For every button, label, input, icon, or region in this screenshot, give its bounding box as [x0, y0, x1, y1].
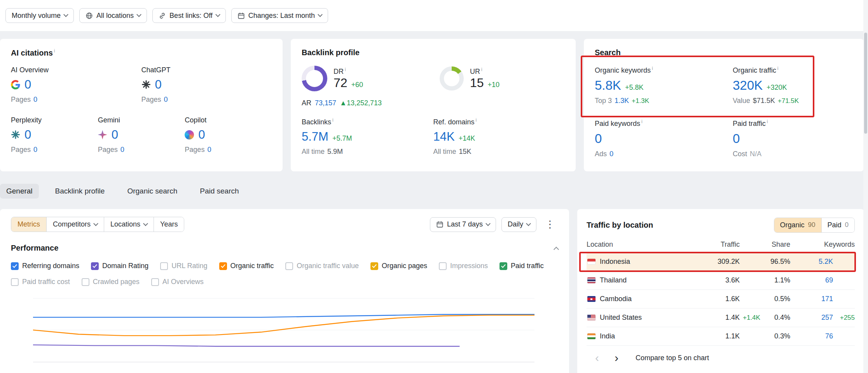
- collapse-section-button[interactable]: [554, 246, 559, 252]
- keywords-link[interactable]: 171: [821, 295, 833, 303]
- citation-count-link[interactable]: 0: [198, 128, 205, 142]
- paid-keywords-value-link[interactable]: 0: [595, 131, 602, 146]
- flag-india-icon: [587, 333, 596, 339]
- metric-checkbox-paid-traffic-cost[interactable]: Paid traffic cost: [11, 278, 70, 286]
- dr-change: +60: [351, 81, 363, 89]
- metric-checkbox-ai-overviews[interactable]: AI Overviews: [151, 278, 204, 286]
- dr-value: 72: [334, 76, 348, 90]
- metric-label: Organic traffic value: [297, 262, 359, 270]
- ar-value-link[interactable]: 73,157: [315, 99, 336, 107]
- metric-checkbox-impressions[interactable]: Impressions: [439, 262, 488, 270]
- globe-icon: [86, 12, 93, 19]
- ur-value: 15: [470, 76, 484, 90]
- table-row-united-states[interactable]: United States 1.4K+1.4K 0.4% 257+255: [587, 309, 855, 327]
- compare-top5-button[interactable]: Compare top 5 on chart: [636, 354, 709, 362]
- tab-paid-search[interactable]: Paid search: [194, 184, 245, 199]
- ads-value-link[interactable]: 0: [610, 150, 613, 158]
- pages-count-link[interactable]: 0: [121, 146, 124, 154]
- metric-checkbox-referring-domains[interactable]: Referring domains: [11, 262, 79, 270]
- top3-change: +1.3K: [632, 97, 649, 105]
- segment-metrics[interactable]: Metrics: [11, 217, 46, 232]
- ref-domains-value-link[interactable]: 14K: [433, 130, 455, 144]
- metric-checkbox-url-rating[interactable]: URL Rating: [160, 262, 207, 270]
- paid-keywords-cell: Paid keywordsi 0 Ads0: [595, 119, 733, 158]
- date-range-button[interactable]: Last 7 days: [430, 217, 496, 232]
- page-scrollbar[interactable]: [863, 0, 868, 373]
- pages-count-link[interactable]: 0: [33, 146, 37, 154]
- toggle-organic[interactable]: Organic90: [774, 218, 821, 232]
- share-value: 0.4%: [774, 314, 790, 321]
- filter-label: All locations: [96, 12, 134, 20]
- pages-count-link[interactable]: 0: [33, 96, 37, 104]
- top3-value-link[interactable]: 1.3K: [615, 97, 629, 105]
- table-row-cambodia[interactable]: Cambodia 1.6K 0.5% 171: [587, 290, 855, 309]
- chevron-down-icon: [318, 12, 323, 17]
- checkbox-icon: [91, 262, 99, 270]
- pages-count-link[interactable]: 0: [164, 96, 168, 104]
- metric-checkbox-domain-rating[interactable]: Domain Rating: [91, 262, 148, 270]
- pages-count-link[interactable]: 0: [207, 146, 211, 154]
- segment-locations[interactable]: Locations: [104, 217, 154, 232]
- more-options-button[interactable]: ⋮: [542, 218, 558, 230]
- organic-traffic-value-link[interactable]: 320K: [733, 78, 763, 93]
- citation-count-link[interactable]: 0: [24, 78, 31, 92]
- metric-label: Domain Rating: [102, 262, 148, 270]
- table-row-thailand[interactable]: Thailand 3.6K 1.1% 69: [587, 271, 855, 290]
- alltime-label: All time: [302, 148, 325, 156]
- info-icon: i: [481, 67, 482, 72]
- checkbox-icon: [160, 262, 168, 270]
- search-card: Search Organic keywordsi 5.8K+5.8K Top 3…: [584, 39, 864, 171]
- dr-donut-chart: [302, 66, 327, 91]
- table-footer: ‹ › Compare top 5 on chart: [587, 352, 855, 364]
- segment-competitors[interactable]: Competitors: [46, 217, 104, 232]
- tab-backlink-profile[interactable]: Backlink profile: [49, 184, 111, 199]
- changes-filter[interactable]: Changes: Last month: [231, 8, 328, 23]
- citation-count-link[interactable]: 0: [155, 78, 162, 92]
- scrollbar-thumb[interactable]: [864, 33, 867, 134]
- metric-checkbox-crawled-pages[interactable]: Crawled pages: [82, 278, 140, 286]
- metric-label: AI Overviews: [162, 278, 204, 286]
- keywords-link[interactable]: 5.2K: [819, 258, 833, 265]
- column-keywords: Keywords: [790, 241, 855, 249]
- citation-count-link[interactable]: 0: [24, 128, 31, 142]
- keywords-change: +255: [840, 314, 855, 322]
- info-icon: i: [476, 117, 477, 123]
- tab-general[interactable]: General: [0, 184, 39, 199]
- metric-checkbox-organic-traffic[interactable]: Organic traffic: [219, 262, 274, 270]
- organic-traffic-cell: Organic traffici 320K+320K Value$71.5K+7…: [733, 66, 853, 105]
- ar-change: ▲13,252,713: [340, 99, 382, 107]
- backlinks-label: Backlinksi: [302, 117, 433, 126]
- organic-keywords-label: Organic keywordsi: [595, 66, 733, 75]
- table-row-indonesia[interactable]: Indonesia 309.2K 96.5% 5.2K: [587, 253, 855, 271]
- citation-count-link[interactable]: 0: [112, 128, 118, 142]
- keywords-link[interactable]: 69: [825, 276, 833, 284]
- calendar-icon: [436, 221, 444, 228]
- filter-label: Best links: Off: [169, 12, 213, 20]
- table-row-india[interactable]: India 1.1K 0.3% 76: [587, 327, 855, 346]
- checkbox-icon: [499, 262, 507, 270]
- paid-traffic-value-link[interactable]: 0: [733, 131, 740, 146]
- segment-years[interactable]: Years: [154, 217, 184, 232]
- granularity-button[interactable]: Daily: [501, 217, 536, 232]
- metric-checkbox-organic-traffic-value[interactable]: Organic traffic value: [285, 262, 359, 270]
- toggle-paid[interactable]: Paid0: [821, 218, 855, 232]
- next-page-button[interactable]: ›: [615, 352, 618, 364]
- traffic-value: 3.6K: [725, 276, 740, 284]
- locations-filter[interactable]: All locations: [79, 8, 147, 23]
- organic-traffic-label: Organic traffici: [733, 66, 853, 75]
- prev-page-button[interactable]: ‹: [595, 352, 599, 364]
- chevron-down-icon: [63, 12, 68, 17]
- keywords-link[interactable]: 76: [825, 332, 833, 340]
- info-icon: i: [767, 119, 768, 124]
- ai-source-name: Copilot: [185, 116, 272, 124]
- metric-checkbox-organic-pages[interactable]: Organic pages: [370, 262, 427, 270]
- tab-organic-search[interactable]: Organic search: [121, 184, 183, 199]
- organic-keywords-value-link[interactable]: 5.8K: [595, 78, 621, 93]
- metric-checkbox-paid-traffic[interactable]: Paid traffic: [499, 262, 544, 270]
- keywords-link[interactable]: 257: [821, 314, 833, 321]
- best-links-filter[interactable]: Best links: Off: [152, 8, 226, 23]
- performance-title: Performance: [11, 244, 58, 253]
- info-icon: i: [641, 119, 643, 124]
- backlinks-value-link[interactable]: 5.7M: [302, 130, 328, 144]
- monthly-volume-filter[interactable]: Monthly volume: [5, 8, 74, 23]
